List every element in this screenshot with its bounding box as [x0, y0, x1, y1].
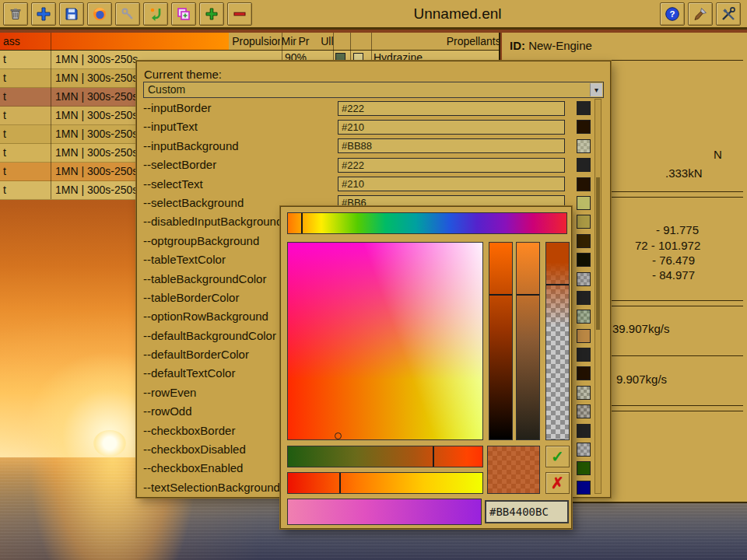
table-header: assPropulsionMinimuPrUllPropellants: [0, 33, 500, 51]
variable-color-swatch[interactable]: [577, 158, 591, 172]
confirm-button[interactable]: ✓: [545, 446, 570, 467]
variable-color-swatch[interactable]: [577, 461, 591, 475]
mass-cell: t: [0, 181, 51, 199]
alpha-slider[interactable]: [545, 242, 570, 440]
theme-variable-row: --inputBorder: [137, 99, 611, 117]
theme-variable-row: --selectText: [137, 175, 611, 194]
variable-name: --defaultTextColor: [143, 364, 235, 383]
browser-open-button[interactable]: [87, 2, 112, 26]
alpha-gradient: [546, 243, 569, 439]
dialog-scrollbar[interactable]: [594, 99, 601, 494]
column-header[interactable]: ass: [0, 33, 229, 50]
mass-cell: t: [0, 88, 51, 106]
mass-flow-value-1: 39.907kg/s: [612, 322, 669, 335]
variable-color-swatch[interactable]: [577, 348, 591, 362]
color-preview-fill: [488, 446, 539, 493]
help-button[interactable]: ?: [660, 2, 685, 26]
variable-name: --defaultBorderColor: [143, 345, 249, 364]
pink-purple-slider[interactable]: [287, 499, 482, 525]
variable-name: --inputText: [143, 117, 198, 136]
value-slider[interactable]: [489, 242, 513, 440]
variable-color-swatch[interactable]: [577, 139, 591, 153]
remove-row-button[interactable]: [227, 2, 252, 26]
variable-color-swatch[interactable]: [577, 291, 591, 305]
column-header[interactable]: Propellants: [444, 33, 500, 50]
key-button[interactable]: [115, 2, 140, 26]
window-title: Unnamed.enl: [255, 5, 660, 23]
variable-value-input[interactable]: [338, 101, 565, 116]
column-header[interactable]: Propulsion: [229, 33, 279, 50]
variable-color-swatch[interactable]: [577, 234, 591, 248]
chevron-down-icon[interactable]: ▾: [590, 83, 602, 96]
add-row-button[interactable]: [199, 2, 224, 26]
variable-name: --tableBackgroundColor: [143, 270, 266, 289]
tools-icon: [721, 6, 736, 22]
save-button[interactable]: [59, 2, 84, 26]
value-marker[interactable]: [489, 294, 512, 296]
trash-icon: [8, 6, 23, 22]
mass-cell: t: [0, 107, 51, 124]
green-red-slider[interactable]: [287, 446, 483, 467]
mass-flow-value-2: 9.907kg/s: [616, 373, 667, 386]
column-header[interactable]: Ull: [317, 33, 443, 50]
red-yellow-marker[interactable]: [339, 473, 341, 493]
variable-name: --checkboxEnabled: [143, 459, 243, 478]
checkmark-icon: ✓: [551, 447, 564, 466]
copy-icon: [176, 6, 191, 22]
variable-value-input[interactable]: [338, 138, 565, 153]
hue-slider[interactable]: [287, 212, 567, 234]
hex-color-input[interactable]: [485, 500, 569, 523]
stat-value-4: - 84.977: [652, 268, 695, 282]
color-picker-dialog: ✓ ✗: [280, 206, 572, 529]
variable-color-swatch[interactable]: [577, 386, 591, 400]
red-yellow-slider[interactable]: [287, 472, 483, 494]
scrollbar-thumb[interactable]: [596, 177, 600, 330]
settings-button[interactable]: [716, 2, 741, 26]
column-header[interactable]: Pr: [296, 33, 317, 50]
variable-color-swatch[interactable]: [577, 272, 591, 286]
new-file-button[interactable]: [31, 2, 56, 26]
delete-button[interactable]: [3, 2, 28, 26]
variable-color-swatch[interactable]: [577, 329, 591, 343]
sun: [93, 430, 126, 457]
color-position-marker[interactable]: [335, 432, 342, 439]
import-button[interactable]: [143, 2, 168, 26]
variable-name: --selectBorder: [143, 156, 216, 174]
chroma-slider[interactable]: [516, 242, 540, 440]
column-divider: [51, 33, 51, 199]
theme-button[interactable]: [688, 2, 713, 26]
variable-value-input[interactable]: [338, 177, 565, 191]
chroma-marker[interactable]: [517, 294, 539, 296]
saturation-value-area[interactable]: [287, 242, 483, 440]
green-red-marker[interactable]: [433, 446, 434, 467]
variable-name: --optgroupBackground: [143, 232, 259, 250]
duplicate-button[interactable]: [171, 2, 196, 26]
variable-value-input[interactable]: [338, 120, 565, 135]
variable-color-swatch[interactable]: [577, 177, 591, 191]
hue-marker[interactable]: [301, 213, 303, 233]
thrust-value: N: [714, 148, 722, 161]
variable-color-swatch[interactable]: [577, 120, 591, 134]
current-theme-label: Current theme:: [144, 68, 222, 81]
cancel-button[interactable]: ✗: [545, 472, 570, 494]
variable-color-swatch[interactable]: [577, 424, 591, 438]
variable-color-swatch[interactable]: [577, 101, 591, 115]
variable-color-swatch[interactable]: [577, 481, 591, 495]
variable-color-swatch[interactable]: [577, 443, 591, 457]
variable-color-swatch[interactable]: [577, 215, 591, 229]
theme-select[interactable]: Custom ▾: [143, 82, 604, 98]
variable-color-swatch[interactable]: [577, 253, 591, 267]
alpha-marker[interactable]: [546, 284, 569, 285]
variable-color-swatch[interactable]: [577, 366, 591, 380]
svg-text:?: ?: [669, 9, 675, 19]
variable-name: --tableBorderColor: [143, 289, 239, 307]
variable-value-input[interactable]: [338, 158, 565, 173]
variable-color-swatch[interactable]: [577, 196, 591, 210]
stat-value-1: - 91.775: [656, 223, 699, 236]
variable-color-swatch[interactable]: [577, 404, 591, 418]
variable-color-swatch[interactable]: [577, 310, 591, 324]
theme-select-value: Custom: [148, 83, 185, 96]
variable-name: --textSelectionColor: [143, 497, 246, 498]
mass-cell: t: [0, 51, 51, 68]
variable-name: --checkboxDisabled: [143, 440, 246, 459]
